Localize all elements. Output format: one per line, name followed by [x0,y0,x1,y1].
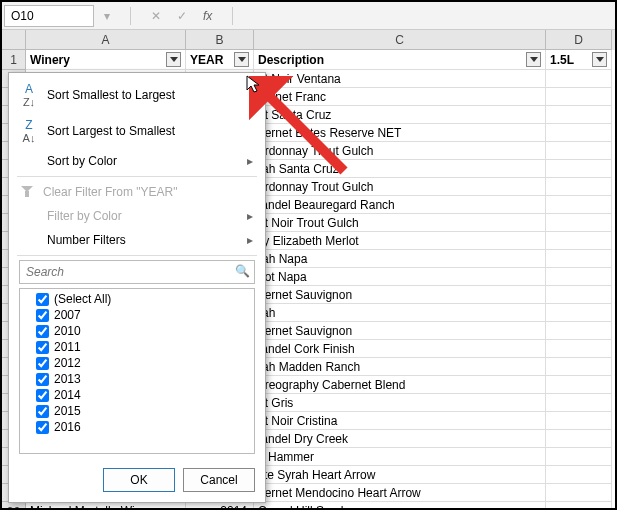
number-filters[interactable]: Number Filters ▸ [9,228,265,252]
cell[interactable]: bernet Sauvignon [254,322,546,340]
ok-button[interactable]: OK [103,468,175,492]
sort-by-color[interactable]: Sort by Color ▸ [9,149,265,173]
cell[interactable]: bernet Mendocino Heart Arrow [254,484,546,502]
cell[interactable]: rah [254,304,546,322]
checkbox-label: 2013 [54,372,81,386]
cell[interactable]: rah Madden Ranch [254,358,546,376]
checkbox[interactable] [36,357,49,370]
filter-checkbox-item[interactable]: 2012 [22,355,252,371]
cell[interactable] [546,484,612,502]
cell[interactable] [546,250,612,268]
filter-checkbox-item[interactable]: 2014 [22,387,252,403]
cell-a1[interactable]: Winery [26,50,186,70]
cell[interactable]: Michael Martella Wine [26,502,186,510]
cell[interactable] [546,268,612,286]
formula-bar: O10 ▾ ✕ ✓ fx [2,2,615,30]
cell-c1[interactable]: Description [254,50,546,70]
filter-checkbox-item[interactable]: 2007 [22,307,252,323]
cell[interactable] [546,142,612,160]
cell[interactable] [546,232,612,250]
cell[interactable]: oreography Cabernet Blend [254,376,546,394]
filter-checkbox-item[interactable]: 2010 [22,323,252,339]
row-header-26[interactable]: 26 [2,502,26,510]
column-headers: A B C D [2,30,615,50]
cell[interactable]: fandel Cork Finish [254,340,546,358]
cell[interactable]: rah Napa [254,250,546,268]
cell[interactable]: bernet Sauvignon [254,286,546,304]
cell[interactable]: tite Syrah Heart Arrow [254,466,546,484]
cell[interactable]: fandel Beauregard Ranch [254,196,546,214]
row-header-1[interactable]: 1 [2,50,26,70]
filter-button-1-5l[interactable] [592,52,607,67]
filter-button-winery[interactable] [166,52,181,67]
fx-icon[interactable]: fx [197,9,218,23]
cell[interactable]: ot Noir Trout Gulch [254,214,546,232]
cell[interactable] [546,376,612,394]
cell[interactable] [546,214,612,232]
filter-button-year[interactable] [234,52,249,67]
cell[interactable] [546,340,612,358]
cell[interactable] [546,286,612,304]
checkbox[interactable] [36,373,49,386]
cell-d1[interactable]: 1.5L [546,50,612,70]
sort-ascending[interactable]: AZ↓ Sort Smallest to Largest [9,77,265,113]
col-header-d[interactable]: D [546,30,612,50]
checkbox[interactable] [36,421,49,434]
sort-descending[interactable]: ZA↓ Sort Largest to Smallest [9,113,265,149]
mouse-cursor-icon [246,75,264,95]
checkbox[interactable] [36,389,49,402]
filter-checkbox-item[interactable]: 2016 [22,419,252,435]
sort-desc-icon: ZA↓ [21,118,37,144]
checkbox[interactable] [36,309,49,322]
cell-b1[interactable]: YEAR [186,50,254,70]
cell[interactable] [546,448,612,466]
cell[interactable]: Camel Hill Syrah [254,502,546,510]
cell[interactable] [546,412,612,430]
filter-button-description[interactable] [526,52,541,67]
checkbox-label: 2016 [54,420,81,434]
cell[interactable] [546,70,612,88]
cell[interactable] [546,88,612,106]
checkbox[interactable] [36,325,49,338]
select-all-corner[interactable] [2,30,26,50]
cell[interactable]: rlot Napa [254,268,546,286]
col-header-b[interactable]: B [186,30,254,50]
cell[interactable]: 2014 [186,502,254,510]
filter-checkbox-item[interactable]: (Select All) [22,291,252,307]
filter-checkbox-item[interactable]: 2011 [22,339,252,355]
menu-label: Sort Largest to Smallest [47,124,175,138]
cell[interactable] [546,160,612,178]
cell[interactable] [546,394,612,412]
search-input[interactable] [19,260,255,284]
cell[interactable]: ot Noir Cristina [254,412,546,430]
cell[interactable]: ily Elizabeth Merlot [254,232,546,250]
filter-by-color: Filter by Color ▸ [9,204,265,228]
cell[interactable] [546,196,612,214]
cell[interactable] [546,304,612,322]
checkbox-label: 2011 [54,340,81,354]
filter-checkbox-item[interactable]: 2015 [22,403,252,419]
filter-checkbox-item[interactable]: 2013 [22,371,252,387]
cell[interactable] [546,358,612,376]
cell[interactable] [546,178,612,196]
name-box[interactable]: O10 [4,5,94,27]
cell[interactable] [546,466,612,484]
cell[interactable]: h Hammer [254,448,546,466]
cell[interactable] [546,106,612,124]
checkbox[interactable] [36,405,49,418]
col-header-c[interactable]: C [254,30,546,50]
checkbox[interactable] [36,341,49,354]
cancel-button[interactable]: Cancel [183,468,255,492]
filter-checklist[interactable]: (Select All)2007201020112012201320142015… [19,288,255,454]
cell[interactable] [546,430,612,448]
cell[interactable] [546,124,612,142]
cell[interactable]: fandel Dry Creek [254,430,546,448]
cell[interactable] [546,502,612,510]
col-header-a[interactable]: A [26,30,186,50]
name-box-dropdown-icon[interactable]: ▾ [98,9,116,23]
checkbox[interactable] [36,293,49,306]
separator [17,176,257,177]
cell[interactable] [546,322,612,340]
menu-label: Number Filters [47,233,126,247]
cell[interactable]: ot Gris [254,394,546,412]
